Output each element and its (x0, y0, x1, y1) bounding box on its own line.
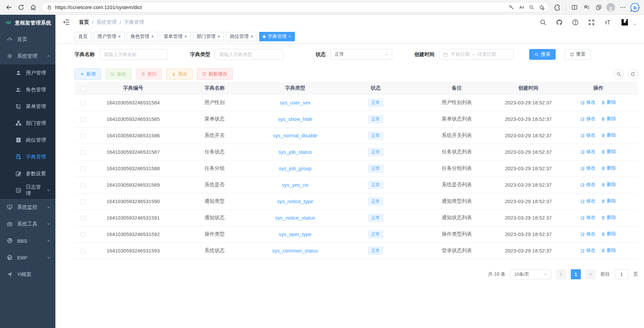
read-aloud-icon[interactable] (516, 2, 526, 12)
row-checkbox[interactable] (81, 167, 85, 171)
sidebar-fold-icon[interactable] (63, 18, 70, 26)
date-range-picker[interactable]: 开始日期 - 结束日期 (439, 49, 514, 60)
row-checkbox[interactable] (81, 134, 85, 138)
delete-button[interactable]: 删除 (136, 68, 162, 80)
address-bar[interactable]: https://ccnetcore.com:1101/system/dict (42, 2, 549, 12)
sidebar-item-system-mgmt[interactable]: 系统管理 (0, 48, 55, 64)
dict-type-link[interactable]: sys_notice_type (277, 198, 313, 204)
sidebar-item-log-mgmt[interactable]: 日志管理 (0, 182, 55, 199)
dict-type-link[interactable]: sys_job_status (278, 149, 312, 155)
next-page-button[interactable] (586, 269, 596, 279)
row-delete-link[interactable]: 删除 (601, 231, 616, 237)
date-end-placeholder[interactable]: 结束日期 (477, 51, 496, 57)
edit-button[interactable]: 修改 (105, 68, 132, 80)
dict-type-link[interactable]: sys_normal_disable (273, 133, 318, 138)
row-edit-link[interactable]: 修改 (581, 165, 596, 171)
sidebar-item-menu-mgmt[interactable]: 菜单管理 (0, 98, 55, 115)
dict-name-input[interactable] (99, 49, 168, 60)
browser-menu-icon[interactable] (617, 2, 629, 13)
toggle-search-icon[interactable] (614, 69, 624, 79)
goto-page-input[interactable] (614, 269, 629, 279)
reset-button[interactable]: 重置 (564, 49, 591, 60)
row-edit-link[interactable]: 修改 (581, 247, 596, 253)
current-page-button[interactable]: 1 (571, 269, 581, 279)
dict-type-link[interactable]: sys_yes_no (282, 182, 308, 188)
select-all-checkbox[interactable] (81, 86, 85, 91)
row-checkbox[interactable] (81, 199, 85, 204)
sidebar-item-system-monitor[interactable]: 系统监控 (0, 199, 55, 216)
row-delete-link[interactable]: 删除 (601, 247, 616, 253)
close-icon[interactable]: × (151, 34, 154, 39)
row-checkbox[interactable] (81, 150, 85, 155)
github-icon[interactable] (556, 19, 563, 26)
close-icon[interactable]: × (250, 34, 253, 39)
url-text[interactable]: https://ccnetcore.com:1101/system/dict (55, 4, 506, 10)
export-button[interactable]: 导出 (166, 68, 193, 80)
sidebar-item-bbs[interactable]: BBS (0, 232, 55, 249)
dict-type-link[interactable]: sys_show_hide (278, 116, 313, 122)
row-delete-link[interactable]: 删除 (601, 116, 616, 122)
bing-copilot-icon[interactable]: b (629, 2, 641, 13)
header-search-icon[interactable] (540, 19, 547, 26)
favorites-add-icon[interactable] (537, 2, 547, 12)
row-delete-link[interactable]: 删除 (601, 182, 616, 188)
profile-avatar[interactable] (605, 2, 616, 13)
row-edit-link[interactable]: 修改 (581, 116, 596, 122)
sidebar-item-param-settings[interactable]: 参数设置 (0, 165, 55, 182)
row-delete-link[interactable]: 删除 (601, 99, 616, 105)
row-edit-link[interactable]: 修改 (581, 198, 596, 204)
row-checkbox[interactable] (81, 101, 85, 105)
dict-type-link[interactable]: sys_oper_type (279, 231, 312, 237)
close-icon[interactable]: × (184, 34, 187, 39)
date-start-placeholder[interactable]: 开始日期 (451, 51, 470, 57)
row-edit-link[interactable]: 修改 (581, 215, 596, 221)
browser-back-icon[interactable] (3, 2, 15, 13)
tab-post-mgmt[interactable]: 岗位管理× (226, 32, 257, 41)
fullscreen-icon[interactable] (588, 19, 595, 26)
search-button[interactable]: 搜索 (529, 49, 556, 60)
dict-type-link[interactable]: sys_common_status (272, 248, 318, 253)
password-key-icon[interactable] (506, 2, 516, 12)
sidebar-item-erp[interactable]: ERP (0, 249, 55, 266)
row-edit-link[interactable]: 修改 (581, 132, 596, 138)
row-delete-link[interactable]: 删除 (601, 198, 616, 204)
row-checkbox[interactable] (81, 117, 85, 122)
zoom-out-icon[interactable] (526, 2, 537, 12)
close-icon[interactable]: × (288, 34, 291, 39)
brand[interactable]: 意框架管理系统 (0, 15, 55, 31)
collections-icon[interactable] (593, 2, 604, 13)
refresh-cache-button[interactable]: 刷新缓存 (197, 68, 233, 80)
row-edit-link[interactable]: 修改 (581, 182, 596, 188)
favorites-bar-icon[interactable] (581, 2, 592, 13)
row-edit-link[interactable]: 修改 (581, 231, 596, 237)
tab-menu-mgmt[interactable]: 菜单管理× (160, 32, 191, 41)
chevron-down-icon[interactable] (633, 22, 637, 26)
row-checkbox[interactable] (81, 183, 85, 188)
user-logo-avatar[interactable] (620, 18, 629, 27)
add-button[interactable]: 新增 (75, 68, 101, 80)
tab-role-mgmt[interactable]: 角色管理× (127, 32, 158, 41)
dict-type-input[interactable] (215, 49, 283, 60)
font-size-icon[interactable] (604, 19, 611, 26)
sidebar-item-dept-mgmt[interactable]: 部门管理 (0, 115, 55, 132)
row-delete-link[interactable]: 删除 (601, 215, 616, 221)
close-icon[interactable]: × (118, 34, 121, 39)
row-checkbox[interactable] (81, 232, 85, 237)
sidebar-item-dict-mgmt[interactable]: 字典管理 (0, 148, 55, 165)
row-delete-link[interactable]: 删除 (601, 165, 616, 171)
lock-icon[interactable] (47, 5, 52, 10)
row-delete-link[interactable]: 删除 (601, 132, 616, 138)
sidebar-item-role-mgmt[interactable]: 角色管理 (0, 81, 55, 98)
extensions-icon[interactable] (552, 2, 563, 13)
sidebar-item-yi-framework[interactable]: Yi框架 (0, 266, 55, 283)
status-select[interactable]: 正常 (330, 49, 392, 60)
split-screen-icon[interactable] (569, 2, 580, 13)
tab-home[interactable]: 首页 (75, 32, 91, 41)
row-checkbox[interactable] (81, 249, 85, 253)
page-size-select[interactable]: 10条/页 (510, 269, 551, 279)
tab-dict-mgmt[interactable]: 字典管理× (259, 32, 295, 41)
row-edit-link[interactable]: 修改 (581, 149, 596, 155)
breadcrumb-system[interactable]: 系统管理 (96, 19, 117, 26)
dict-type-link[interactable]: sys_job_group (279, 166, 312, 171)
row-checkbox[interactable] (81, 216, 85, 221)
